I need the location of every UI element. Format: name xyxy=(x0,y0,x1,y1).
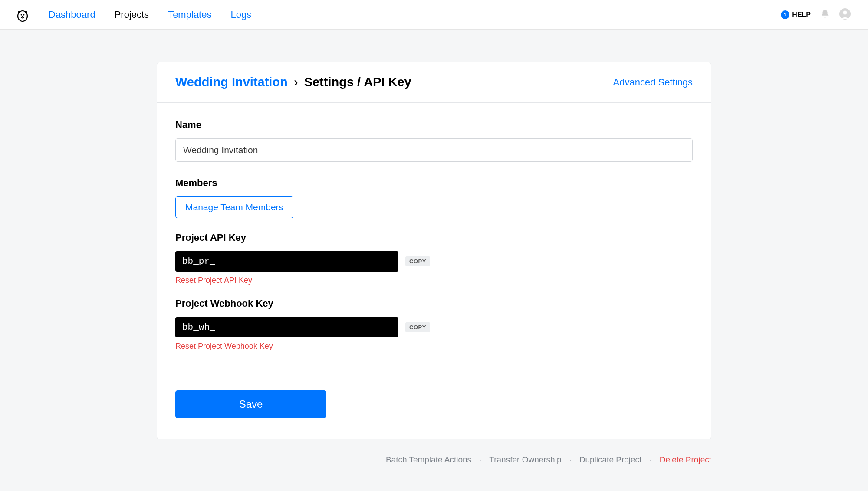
webhook-key-row: bb_wh_ COPY xyxy=(175,317,693,337)
breadcrumb-project-link[interactable]: Wedding Invitation xyxy=(175,75,288,89)
svg-point-3 xyxy=(21,14,22,16)
svg-point-2 xyxy=(25,11,27,13)
settings-card: Wedding Invitation › Settings / API Key … xyxy=(157,62,711,439)
advanced-settings-link[interactable]: Advanced Settings xyxy=(613,77,693,88)
card-header: Wedding Invitation › Settings / API Key … xyxy=(157,62,711,103)
help-button[interactable]: ? HELP xyxy=(781,10,811,19)
nav-dashboard[interactable]: Dashboard xyxy=(49,9,95,20)
help-label: HELP xyxy=(792,11,811,19)
svg-point-1 xyxy=(18,11,20,13)
breadcrumb-current: Settings / API Key xyxy=(304,75,411,89)
api-key-value[interactable]: bb_pr_ xyxy=(175,251,398,272)
header-right: ? HELP xyxy=(781,8,851,21)
logo[interactable] xyxy=(16,8,30,22)
reset-webhook-key-link[interactable]: Reset Project Webhook Key xyxy=(175,342,273,351)
svg-point-5 xyxy=(22,16,23,17)
breadcrumb-separator: › xyxy=(294,75,298,89)
batch-template-actions-link[interactable]: Batch Template Actions xyxy=(386,455,471,465)
name-input[interactable] xyxy=(175,138,693,162)
save-button[interactable]: Save xyxy=(175,390,326,418)
svg-point-4 xyxy=(23,14,25,16)
webhook-key-value[interactable]: bb_wh_ xyxy=(175,317,398,337)
delete-project-link[interactable]: Delete Project xyxy=(660,455,711,465)
svg-point-8 xyxy=(843,11,847,15)
nav-logs[interactable]: Logs xyxy=(230,9,251,20)
footer-actions: Batch Template Actions · Transfer Owners… xyxy=(157,455,711,465)
top-header: Dashboard Projects Templates Logs ? HELP xyxy=(0,0,868,30)
main-container: Wedding Invitation › Settings / API Key … xyxy=(157,62,711,465)
transfer-ownership-link[interactable]: Transfer Ownership xyxy=(489,455,561,465)
reset-api-key-link[interactable]: Reset Project API Key xyxy=(175,276,252,285)
webhook-key-label: Project Webhook Key xyxy=(175,298,693,309)
footer-separator: · xyxy=(649,455,651,465)
api-key-row: bb_pr_ COPY xyxy=(175,251,693,272)
duplicate-project-link[interactable]: Duplicate Project xyxy=(579,455,642,465)
nav-projects[interactable]: Projects xyxy=(115,9,149,20)
svg-text:?: ? xyxy=(784,12,787,17)
card-footer: Save xyxy=(157,372,711,439)
header-left: Dashboard Projects Templates Logs xyxy=(16,8,251,22)
footer-separator: · xyxy=(479,455,481,465)
avatar-icon[interactable] xyxy=(839,8,851,21)
card-body: Name Members Manage Team Members Project… xyxy=(157,103,711,372)
copy-api-key-button[interactable]: COPY xyxy=(405,256,430,266)
bell-icon[interactable] xyxy=(820,9,830,20)
api-key-label: Project API Key xyxy=(175,232,693,243)
help-icon: ? xyxy=(781,10,789,19)
name-label: Name xyxy=(175,119,693,131)
nav-templates[interactable]: Templates xyxy=(168,9,211,20)
bannerbear-logo-icon xyxy=(16,8,30,22)
members-label: Members xyxy=(175,177,693,189)
manage-members-button[interactable]: Manage Team Members xyxy=(175,196,293,218)
copy-webhook-key-button[interactable]: COPY xyxy=(405,322,430,332)
main-nav: Dashboard Projects Templates Logs xyxy=(49,9,251,20)
footer-separator: · xyxy=(569,455,571,465)
breadcrumb: Wedding Invitation › Settings / API Key xyxy=(175,75,411,89)
